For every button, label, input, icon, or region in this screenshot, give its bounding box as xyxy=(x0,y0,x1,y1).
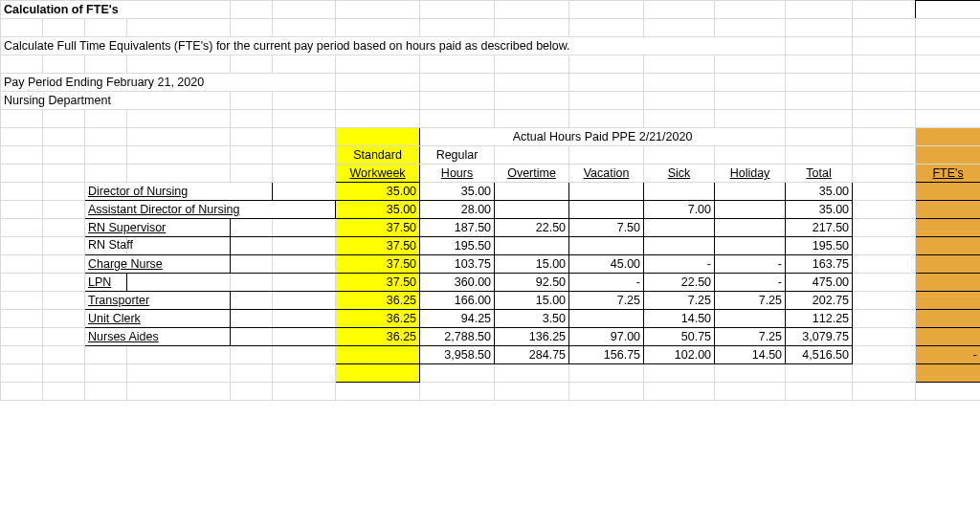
cell-reg[interactable]: 195.50 xyxy=(420,237,495,255)
cell-reg[interactable]: 187.50 xyxy=(420,219,495,237)
cell-fte[interactable] xyxy=(916,183,980,201)
table-row: RN Supervisor 37.50 187.50 22.50 7.50 21… xyxy=(1,219,981,237)
cell-hol[interactable] xyxy=(715,219,786,237)
total-reg[interactable]: 3,958.50 xyxy=(420,346,495,364)
table-row: Charge Nurse 37.50 103.75 15.00 45.00 - … xyxy=(1,255,981,274)
total-hol[interactable]: 14.50 xyxy=(715,346,786,364)
cell-sick[interactable] xyxy=(644,219,715,237)
cell-ot[interactable] xyxy=(495,201,569,219)
table-row: Unit Clerk 36.25 94.25 3.50 14.50 112.25 xyxy=(1,310,981,328)
cell-vac[interactable] xyxy=(569,201,644,219)
row-label: Charge Nurse xyxy=(85,255,231,274)
cell-reg[interactable]: 360.00 xyxy=(420,274,495,292)
col-sick: Sick xyxy=(644,165,715,183)
cell-vac[interactable] xyxy=(569,183,644,201)
spreadsheet: Calculation of FTE's Calculate Full Time… xyxy=(0,0,980,401)
col-fte: FTE's xyxy=(916,165,980,183)
cell-hol[interactable]: 7.25 xyxy=(715,328,786,346)
instruction: Calculate Full Time Equivalents (FTE's) … xyxy=(1,37,786,55)
cell-tot[interactable]: 163.75 xyxy=(786,255,853,274)
cell-std[interactable]: 37.50 xyxy=(336,237,420,255)
cell-tot[interactable]: 35.00 xyxy=(786,201,853,219)
total-tot[interactable]: 4,516.50 xyxy=(786,346,853,364)
cell-vac[interactable]: 7.50 xyxy=(569,219,644,237)
cell-std[interactable]: 35.00 xyxy=(336,201,420,219)
cell-sick[interactable] xyxy=(644,237,715,255)
table-row: Transporter 36.25 166.00 15.00 7.25 7.25… xyxy=(1,292,981,310)
col-total: Total xyxy=(786,165,853,183)
col-overtime: Overtime xyxy=(495,165,569,183)
total-sick[interactable]: 102.00 xyxy=(644,346,715,364)
cell-ot[interactable]: 3.50 xyxy=(495,310,569,328)
cell-reg[interactable]: 28.00 xyxy=(420,201,495,219)
cell-std[interactable]: 36.25 xyxy=(336,310,420,328)
cell-reg[interactable]: 2,788.50 xyxy=(420,328,495,346)
cell-ot[interactable]: 92.50 xyxy=(495,274,569,292)
total-vac[interactable]: 156.75 xyxy=(569,346,644,364)
cell-fte[interactable] xyxy=(916,201,980,219)
cell-sick[interactable]: 7.25 xyxy=(644,292,715,310)
cell-std[interactable]: 37.50 xyxy=(336,219,420,237)
cell-fte[interactable] xyxy=(916,237,980,255)
table-row: LPN 37.50 360.00 92.50 - 22.50 - 475.00 xyxy=(1,274,981,292)
cell-ot[interactable]: 15.00 xyxy=(495,292,569,310)
cell-ot[interactable]: 15.00 xyxy=(495,255,569,274)
table-row: Nurses Aides 36.25 2,788.50 136.25 97.00… xyxy=(1,328,981,346)
cell-std[interactable]: 36.25 xyxy=(336,292,420,310)
cell-hol[interactable] xyxy=(715,237,786,255)
cell-tot[interactable]: 475.00 xyxy=(786,274,853,292)
row-label: Assistant Director of Nursing xyxy=(85,201,336,219)
cell-reg[interactable]: 94.25 xyxy=(420,310,495,328)
cell-reg[interactable]: 103.75 xyxy=(420,255,495,274)
col-regular-1: Regular xyxy=(420,146,495,165)
total-ot[interactable]: 284.75 xyxy=(495,346,569,364)
cell-ot[interactable] xyxy=(495,237,569,255)
cell-vac[interactable] xyxy=(569,310,644,328)
grid-table[interactable]: Calculation of FTE's Calculate Full Time… xyxy=(0,0,980,401)
cell-reg[interactable]: 166.00 xyxy=(420,292,495,310)
department: Nursing Department xyxy=(1,92,231,110)
cell-sick[interactable]: 14.50 xyxy=(644,310,715,328)
totals-row: 3,958.50 284.75 156.75 102.00 14.50 4,51… xyxy=(1,346,981,364)
cell-hol[interactable] xyxy=(715,183,786,201)
cell-std[interactable]: 37.50 xyxy=(336,274,420,292)
cell-reg[interactable]: 35.00 xyxy=(420,183,495,201)
cell-std[interactable]: 35.00 xyxy=(336,183,420,201)
cell-vac[interactable]: - xyxy=(569,274,644,292)
cell-vac[interactable]: 97.00 xyxy=(569,328,644,346)
cell-sick[interactable]: - xyxy=(644,255,715,274)
cell-hol[interactable]: 7.25 xyxy=(715,292,786,310)
cell-fte[interactable] xyxy=(916,292,980,310)
cell-tot[interactable]: 112.25 xyxy=(786,310,853,328)
cell-hol[interactable]: - xyxy=(715,274,786,292)
cell-tot[interactable]: 202.75 xyxy=(786,292,853,310)
row-label: Director of Nursing xyxy=(85,183,273,201)
cell-tot[interactable]: 3,079.75 xyxy=(786,328,853,346)
cell-fte[interactable] xyxy=(916,219,980,237)
cell-hol[interactable]: - xyxy=(715,255,786,274)
cell-std[interactable]: 36.25 xyxy=(336,328,420,346)
total-fte[interactable]: - xyxy=(916,346,980,364)
cell-fte[interactable] xyxy=(916,255,980,274)
cell-ot[interactable] xyxy=(495,183,569,201)
cell-ot[interactable]: 22.50 xyxy=(495,219,569,237)
cell-fte[interactable] xyxy=(916,274,980,292)
cell-fte[interactable] xyxy=(916,310,980,328)
cell-sick[interactable] xyxy=(644,183,715,201)
cell-std[interactable]: 37.50 xyxy=(336,255,420,274)
cell-tot[interactable]: 217.50 xyxy=(786,219,853,237)
cell-ot[interactable]: 136.25 xyxy=(495,328,569,346)
cell-sick[interactable]: 50.75 xyxy=(644,328,715,346)
row-label: LPN xyxy=(85,274,127,292)
group-header: Actual Hours Paid PPE 2/21/2020 xyxy=(420,128,786,146)
cell-fte[interactable] xyxy=(916,328,980,346)
cell-vac[interactable] xyxy=(569,237,644,255)
cell-sick[interactable]: 7.00 xyxy=(644,201,715,219)
cell-hol[interactable] xyxy=(715,201,786,219)
cell-tot[interactable]: 195.50 xyxy=(786,237,853,255)
cell-tot[interactable]: 35.00 xyxy=(786,183,853,201)
cell-hol[interactable] xyxy=(715,310,786,328)
cell-sick[interactable]: 22.50 xyxy=(644,274,715,292)
cell-vac[interactable]: 45.00 xyxy=(569,255,644,274)
cell-vac[interactable]: 7.25 xyxy=(569,292,644,310)
